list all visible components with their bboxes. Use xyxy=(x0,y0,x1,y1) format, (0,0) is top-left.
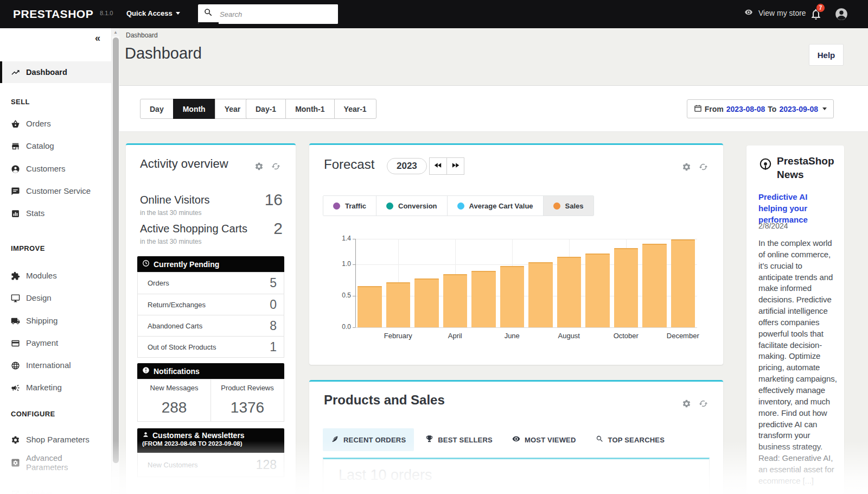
row-value: 128 xyxy=(256,458,277,472)
sidebar-item-shop-parameters[interactable]: Shop Parameters xyxy=(0,429,111,451)
previous-year-button[interactable] xyxy=(429,157,447,175)
table-row[interactable]: Out of Stock Products1 xyxy=(138,336,284,357)
alert-circle-icon xyxy=(142,366,150,376)
clock-icon xyxy=(142,259,150,269)
gear-icon[interactable] xyxy=(254,162,264,171)
bar-november[interactable] xyxy=(642,244,667,327)
x-axis-label: April xyxy=(428,332,482,340)
sidebar-item-klaviyo[interactable]: Klaviyo xyxy=(0,483,111,494)
tab-most-viewed[interactable]: MOST VIEWED xyxy=(504,428,584,451)
news-article-date: 2/8/2024 xyxy=(758,221,788,230)
scrollbar-up-button[interactable]: ▲ xyxy=(112,28,119,36)
currently-pending-title: Currently Pending xyxy=(154,260,219,269)
bar-december[interactable] xyxy=(671,239,695,327)
basket-icon xyxy=(11,119,20,129)
bar-march[interactable] xyxy=(414,278,439,327)
average-cart-value-dot-icon xyxy=(457,202,464,210)
sidebar-item-label: Catalog xyxy=(26,141,54,150)
sidebar-item-design[interactable]: Design xyxy=(0,287,111,309)
chart-legend: Traffic Conversion Average Cart Value Sa… xyxy=(323,195,594,216)
gear-icon[interactable] xyxy=(682,399,691,408)
table-row[interactable]: Return/Exchanges0 xyxy=(138,294,284,315)
refresh-icon[interactable] xyxy=(699,162,708,172)
bar-may[interactable] xyxy=(471,271,496,327)
store-icon xyxy=(11,142,20,151)
sidebar-item-label: Payment xyxy=(26,338,58,347)
view-my-store-link[interactable]: View my store xyxy=(743,8,806,18)
sidebar-collapse-button[interactable]: « xyxy=(95,33,100,44)
scrollbar-thumb[interactable] xyxy=(113,37,119,463)
product-reviews-label: Product Reviews xyxy=(211,384,284,392)
range-button-group-current: Day Month Year xyxy=(140,99,250,119)
search-submit-button[interactable] xyxy=(198,4,219,24)
sidebar-item-dashboard[interactable]: Dashboard xyxy=(0,61,111,83)
range-year-button[interactable]: Year xyxy=(215,99,251,119)
tab-best-sellers[interactable]: BEST SELLERS xyxy=(417,428,501,451)
sidebar-item-orders[interactable]: Orders xyxy=(0,113,111,135)
range-month-1-button[interactable]: Month-1 xyxy=(285,99,334,119)
gear-icon[interactable] xyxy=(682,162,691,172)
legend-average-cart-value[interactable]: Average Cart Value xyxy=(447,196,543,216)
chevron-down-icon xyxy=(176,12,180,15)
table-row[interactable]: Abandoned Carts8 xyxy=(138,315,284,336)
help-button[interactable]: Help xyxy=(809,44,844,66)
breadcrumb[interactable]: Dashboard xyxy=(126,31,158,39)
sidebar-item-international[interactable]: International xyxy=(0,354,111,376)
refresh-icon[interactable] xyxy=(699,399,708,408)
sidebar-item-stats[interactable]: Stats xyxy=(0,202,111,224)
tab-recent-orders[interactable]: RECENT ORDERS xyxy=(323,428,414,451)
date-from-label: From xyxy=(705,105,724,113)
legend-conversion[interactable]: Conversion xyxy=(376,196,447,216)
activity-overview-title: Activity overview xyxy=(140,157,228,171)
tab-top-searches[interactable]: TOP SEARCHES xyxy=(588,428,673,451)
sidebar-scrollbar[interactable]: ▲ xyxy=(111,28,119,494)
avatar-icon xyxy=(834,14,848,23)
prestashop-logo[interactable]: PRESTASHOP xyxy=(13,8,93,21)
tab-label: RECENT ORDERS xyxy=(343,436,406,444)
range-day-button[interactable]: Day xyxy=(140,99,174,119)
forecast-title: Forecast xyxy=(324,157,374,172)
bar-july[interactable] xyxy=(528,262,553,327)
legend-traffic[interactable]: Traffic xyxy=(323,196,376,216)
y-axis-label: 1.4 xyxy=(328,235,351,242)
bar-june[interactable] xyxy=(500,266,525,327)
quick-access-menu[interactable]: Quick Access xyxy=(126,9,180,17)
globe-icon xyxy=(11,361,20,370)
notifications-title: Notifications xyxy=(154,367,200,376)
bar-january[interactable] xyxy=(358,286,382,327)
customers-newsletters-title: Customers & Newsletters xyxy=(152,431,245,440)
bar-august[interactable] xyxy=(557,257,582,327)
bar-february[interactable] xyxy=(386,282,411,327)
sidebar-item-customer-service[interactable]: Customer Service xyxy=(0,180,111,202)
bar-september[interactable] xyxy=(585,254,610,327)
news-article-link[interactable]: Predictive AI helping your performance xyxy=(758,191,834,225)
sidebar-item-marketing[interactable]: Marketing xyxy=(0,377,111,398)
eye-icon xyxy=(512,435,520,445)
legend-sales[interactable]: Sales xyxy=(543,196,593,216)
sidebar-item-modules[interactable]: Modules xyxy=(0,265,111,287)
notifications-bell-button[interactable]: 7 xyxy=(809,7,824,21)
sidebar-item-catalog[interactable]: Catalog xyxy=(0,135,111,157)
bar-april[interactable] xyxy=(443,274,468,327)
table-row[interactable]: New Customers 128 xyxy=(138,453,284,477)
sidebar-item-advanced-parameters[interactable]: Advanced Parameters xyxy=(0,449,111,476)
sidebar-item-payment[interactable]: Payment xyxy=(0,332,111,354)
x-axis-label: February xyxy=(371,332,425,340)
bar-october[interactable] xyxy=(614,248,639,327)
user-avatar-button[interactable] xyxy=(834,7,848,21)
sidebar-item-label: Marketing xyxy=(26,383,62,392)
date-range-picker[interactable]: From 2023-08-08 To 2023-09-08 xyxy=(687,99,834,118)
range-day-1-button[interactable]: Day-1 xyxy=(246,99,286,119)
product-reviews-cell[interactable]: Product Reviews 1376 xyxy=(210,379,284,421)
new-messages-cell[interactable]: New Messages 288 xyxy=(138,379,210,421)
sidebar-item-shipping[interactable]: Shipping xyxy=(0,310,111,332)
range-month-button[interactable]: Month xyxy=(173,99,215,119)
search-input[interactable] xyxy=(219,4,338,24)
next-year-button[interactable] xyxy=(446,157,464,175)
refresh-icon[interactable] xyxy=(271,162,280,171)
sidebar-item-customers[interactable]: Customers xyxy=(0,158,111,180)
table-row[interactable]: Orders5 xyxy=(138,273,284,294)
notification-count-badge: 7 xyxy=(816,3,825,12)
quill-icon xyxy=(331,435,339,445)
range-year-1-button[interactable]: Year-1 xyxy=(334,99,376,119)
